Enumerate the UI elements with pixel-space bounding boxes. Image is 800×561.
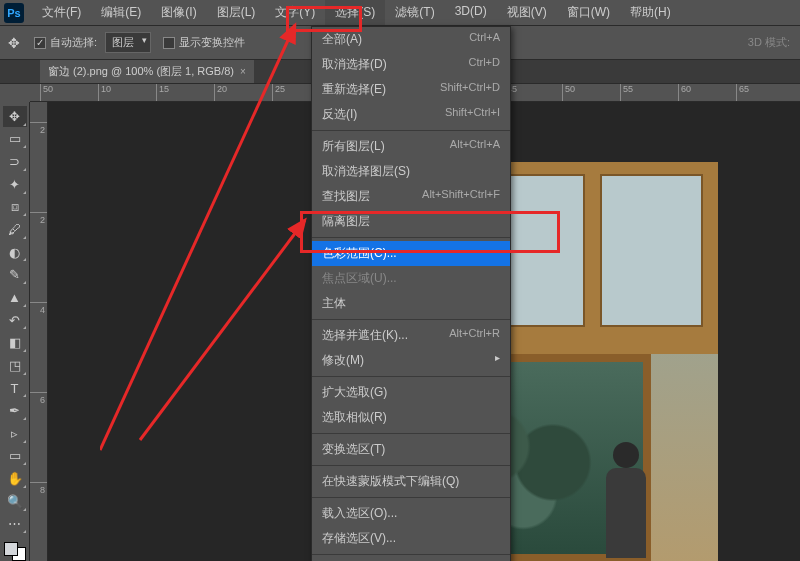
show-transform-checkbox[interactable] xyxy=(163,37,175,49)
toolbar: ✥▭⊃✦⧈🖊◐✎▲↶◧◳T✒▹▭✋🔍⋯ xyxy=(0,102,30,561)
menu-item-6[interactable]: 滤镜(T) xyxy=(385,0,444,25)
crop-tool[interactable]: ⧈ xyxy=(3,197,27,218)
menu-item-label: 扩大选取(G) xyxy=(322,384,387,401)
ruler-tick: 65 xyxy=(736,84,749,101)
ruler-tick: 10 xyxy=(98,84,111,101)
menu-item-2[interactable]: 重新选择(E)Shift+Ctrl+D xyxy=(312,77,510,102)
menu-item-label: 隔离图层 xyxy=(322,213,370,230)
menu-item-shortcut: Alt+Ctrl+A xyxy=(450,138,500,155)
menu-item-label: 取消选择(D) xyxy=(322,56,387,73)
menu-item-8[interactable]: 视图(V) xyxy=(497,0,557,25)
ruler-tick: 15 xyxy=(156,84,169,101)
menu-item-label: 选取相似(R) xyxy=(322,409,387,426)
show-transform-label: 显示变换控件 xyxy=(179,35,245,50)
menu-item-24[interactable]: 载入选区(O)... xyxy=(312,501,510,526)
history-brush-tool[interactable]: ↶ xyxy=(3,310,27,331)
tab-close-icon[interactable]: × xyxy=(240,66,246,77)
ruler-vertical: 22468 xyxy=(30,102,48,561)
menu-item-shortcut: Ctrl+A xyxy=(469,31,500,48)
menu-separator xyxy=(312,433,510,434)
lasso-tool[interactable]: ⊃ xyxy=(3,151,27,172)
menu-item-label: 变换选区(T) xyxy=(322,441,385,458)
menu-separator xyxy=(312,554,510,555)
magic-wand-tool[interactable]: ✦ xyxy=(3,174,27,195)
menu-item-label: 色彩范围(C)... xyxy=(322,245,397,262)
menu-item-label: 取消选择图层(S) xyxy=(322,163,410,180)
menu-item-shortcut: Alt+Shift+Ctrl+F xyxy=(422,188,500,205)
healing-tool[interactable]: ◐ xyxy=(3,242,27,263)
ruler-tick: 8 xyxy=(30,482,47,495)
menu-item-shortcut: Shift+Ctrl+I xyxy=(445,106,500,123)
select-menu-dropdown: 全部(A)Ctrl+A取消选择(D)Ctrl+D重新选择(E)Shift+Ctr… xyxy=(311,26,511,561)
menu-item-8[interactable]: 隔离图层 xyxy=(312,209,510,234)
menu-item-label: 全部(A) xyxy=(322,31,362,48)
foreground-color[interactable] xyxy=(4,542,18,556)
pen-tool[interactable]: ✒ xyxy=(3,400,27,421)
menu-item-3[interactable]: 图层(L) xyxy=(207,0,266,25)
gradient-tool[interactable]: ◳ xyxy=(3,355,27,376)
menu-item-22[interactable]: 在快速蒙版模式下编辑(Q) xyxy=(312,469,510,494)
menu-item-label: 焦点区域(U)... xyxy=(322,270,397,287)
auto-select-label: 自动选择: xyxy=(50,35,97,50)
marquee-tool[interactable]: ▭ xyxy=(3,129,27,150)
menu-item-1[interactable]: 编辑(E) xyxy=(91,0,151,25)
ruler-tick: 50 xyxy=(562,84,575,101)
ruler-tick: 50 xyxy=(40,84,53,101)
menu-item-0[interactable]: 全部(A)Ctrl+A xyxy=(312,27,510,52)
menu-item-6[interactable]: 取消选择图层(S) xyxy=(312,159,510,184)
menu-item-14[interactable]: 选择并遮住(K)...Alt+Ctrl+R xyxy=(312,323,510,348)
menu-item-shortcut: Alt+Ctrl+R xyxy=(449,327,500,344)
path-select-tool[interactable]: ▹ xyxy=(3,423,27,444)
text-tool[interactable]: T xyxy=(3,378,27,399)
menu-item-17[interactable]: 扩大选取(G) xyxy=(312,380,510,405)
hand-tool[interactable]: ✋ xyxy=(3,468,27,489)
ruler-tick: 6 xyxy=(30,392,47,405)
tab-title: 窗边 (2).png @ 100% (图层 1, RGB/8) xyxy=(48,64,234,79)
menu-item-7[interactable]: 3D(D) xyxy=(445,0,497,25)
eyedropper-tool[interactable]: 🖊 xyxy=(3,219,27,240)
menu-item-7[interactable]: 查找图层Alt+Shift+Ctrl+F xyxy=(312,184,510,209)
menu-item-25[interactable]: 存储选区(V)... xyxy=(312,526,510,551)
stamp-tool[interactable]: ▲ xyxy=(3,287,27,308)
menu-item-shortcut: Shift+Ctrl+D xyxy=(440,81,500,98)
menu-separator xyxy=(312,319,510,320)
menu-item-10[interactable]: 色彩范围(C)... xyxy=(312,241,510,266)
menu-item-15[interactable]: 修改(M) xyxy=(312,348,510,373)
brush-tool[interactable]: ✎ xyxy=(3,264,27,285)
menu-item-label: 反选(I) xyxy=(322,106,357,123)
menu-item-9[interactable]: 窗口(W) xyxy=(557,0,620,25)
menu-item-5[interactable]: 所有图层(L)Alt+Ctrl+A xyxy=(312,134,510,159)
menu-item-4[interactable]: 文字(Y) xyxy=(265,0,325,25)
menu-item-1[interactable]: 取消选择(D)Ctrl+D xyxy=(312,52,510,77)
menu-item-label: 选择并遮住(K)... xyxy=(322,327,408,344)
menu-item-label: 重新选择(E) xyxy=(322,81,386,98)
ruler-tick: 55 xyxy=(620,84,633,101)
document-tab[interactable]: 窗边 (2).png @ 100% (图层 1, RGB/8) × xyxy=(40,60,254,83)
layer-target-dropdown[interactable]: 图层 xyxy=(105,32,151,53)
color-swatch[interactable] xyxy=(4,542,26,561)
menu-item-shortcut: Ctrl+D xyxy=(469,56,500,73)
menu-item-20[interactable]: 变换选区(T) xyxy=(312,437,510,462)
shape-tool[interactable]: ▭ xyxy=(3,446,27,467)
menubar: Ps 文件(F)编辑(E)图像(I)图层(L)文字(Y)选择(S)滤镜(T)3D… xyxy=(0,0,800,26)
menu-item-2[interactable]: 图像(I) xyxy=(151,0,206,25)
menu-item-10[interactable]: 帮助(H) xyxy=(620,0,681,25)
menu-item-0[interactable]: 文件(F) xyxy=(32,0,91,25)
menu-item-18[interactable]: 选取相似(R) xyxy=(312,405,510,430)
menu-item-11: 焦点区域(U)... xyxy=(312,266,510,291)
eraser-tool[interactable]: ◧ xyxy=(3,332,27,353)
more-tool[interactable]: ⋯ xyxy=(3,514,27,535)
menu-item-label: 在快速蒙版模式下编辑(Q) xyxy=(322,473,459,490)
menu-separator xyxy=(312,497,510,498)
ps-logo: Ps xyxy=(4,3,24,23)
menu-separator xyxy=(312,376,510,377)
menu-item-3[interactable]: 反选(I)Shift+Ctrl+I xyxy=(312,102,510,127)
move-tool[interactable]: ✥ xyxy=(3,106,27,127)
ruler-tick: 2 xyxy=(30,212,47,225)
menu-item-12[interactable]: 主体 xyxy=(312,291,510,316)
menu-separator xyxy=(312,130,510,131)
auto-select-checkbox[interactable] xyxy=(34,37,46,49)
ruler-tick: 20 xyxy=(214,84,227,101)
zoom-tool[interactable]: 🔍 xyxy=(3,491,27,512)
menu-item-5[interactable]: 选择(S) xyxy=(325,0,385,25)
